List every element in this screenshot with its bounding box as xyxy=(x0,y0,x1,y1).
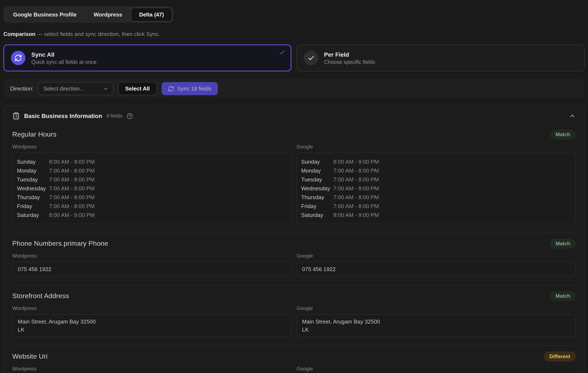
google-column-label: Google xyxy=(296,144,576,150)
wordpress-address-value: Main Street, Arugam Bay 32500 LK xyxy=(12,314,292,337)
google-column: Google Main Street, Arugam Bay 32500 LK xyxy=(296,305,576,337)
day-label: Wednesday xyxy=(301,184,333,193)
day-label: Sunday xyxy=(301,157,333,166)
sync-icon xyxy=(11,51,25,65)
time-value: 8:00 AM - 9:00 PM xyxy=(49,211,94,219)
wordpress-column-label: Wordpress xyxy=(12,366,292,372)
google-column: Google https://www.makefriendscoffee.com… xyxy=(296,366,576,373)
hours-row: Monday7:00 AM - 8:00 PM xyxy=(301,166,571,175)
sync-comparison-page: Google Business Profile Wordpress Delta … xyxy=(0,0,588,373)
time-value: 7:00 AM - 8:00 PM xyxy=(49,166,94,175)
hours-row: Thursday7:00 AM - 8:00 PM xyxy=(17,193,287,202)
status-badge: Match xyxy=(550,129,576,140)
google-phone-value: 075 456 1922 xyxy=(296,262,576,277)
chevron-down-icon xyxy=(103,86,109,92)
time-value: 7:00 AM - 8:00 PM xyxy=(333,184,379,193)
sync-fields-button[interactable]: Sync 18 fields xyxy=(162,82,218,95)
chevron-up-icon[interactable] xyxy=(569,113,576,119)
field-name: Storefront Address xyxy=(12,292,69,300)
direction-select-placeholder: Select direction... xyxy=(43,86,84,92)
day-label: Sunday xyxy=(17,157,49,166)
day-label: Thursday xyxy=(17,193,49,202)
time-value: 7:00 AM - 8:00 PM xyxy=(49,202,94,211)
comparison-instructions: — select fields and sync direction, then… xyxy=(37,31,160,37)
tab-google-business-profile[interactable]: Google Business Profile xyxy=(5,8,85,21)
time-value: 7:00 AM - 8:00 PM xyxy=(49,175,94,184)
day-label: Friday xyxy=(17,202,49,211)
check-icon xyxy=(304,51,318,65)
google-address-value: Main Street, Arugam Bay 32500 LK xyxy=(296,314,576,337)
hours-row: Monday7:00 AM - 8:00 PM xyxy=(17,166,287,175)
hours-row: Sunday8:00 AM - 9:00 PM xyxy=(301,157,571,166)
field-website-uri: Website Uri Different Wordpress http://l… xyxy=(12,345,576,373)
hours-row: Wednesday7:00 AM - 8:00 PM xyxy=(17,184,287,193)
google-column-label: Google xyxy=(296,305,576,311)
google-column: Google Sunday8:00 AM - 9:00 PM Monday7:0… xyxy=(296,144,576,224)
address-line-2: LK xyxy=(18,326,286,334)
time-value: 7:00 AM - 8:00 PM xyxy=(333,166,379,175)
sync-all-card[interactable]: Sync All Quick sync all fields at once xyxy=(3,44,292,72)
sync-icon xyxy=(168,86,174,92)
status-badge: Match xyxy=(550,291,576,301)
direction-toolbar: Direction: Select direction... Select Al… xyxy=(3,79,585,99)
field-name: Regular Hours xyxy=(12,131,56,138)
time-value: 7:00 AM - 8:00 PM xyxy=(49,193,94,202)
hours-row: Saturday8:00 AM - 9:00 PM xyxy=(301,211,571,219)
wordpress-column: Wordpress Main Street, Arugam Bay 32500 … xyxy=(12,305,292,337)
day-label: Wednesday xyxy=(17,184,49,193)
select-all-button[interactable]: Select All xyxy=(118,82,157,95)
day-label: Saturday xyxy=(301,211,333,219)
panel-header: Basic Business Information 4 fields xyxy=(12,106,576,124)
field-regular-hours: Regular Hours Match Wordpress Sunday8:00… xyxy=(12,124,576,233)
wordpress-column: Wordpress 075 456 1922 xyxy=(12,253,292,277)
panel-field-count: 4 fields xyxy=(106,113,123,119)
selected-check-icon xyxy=(279,49,285,56)
day-label: Saturday xyxy=(17,211,49,219)
wordpress-column: Wordpress Sunday8:00 AM - 9:00 PM Monday… xyxy=(12,144,292,224)
hours-row: Wednesday7:00 AM - 8:00 PM xyxy=(301,184,571,193)
per-field-subtitle: Choose specific fields xyxy=(324,59,375,65)
per-field-title: Per Field xyxy=(324,51,375,58)
tab-delta[interactable]: Delta (47) xyxy=(131,8,172,21)
wordpress-column: Wordpress http://localhost:8888/synoveo-… xyxy=(12,366,292,373)
comparison-title: Comparison xyxy=(3,31,36,37)
google-hours-box: Sunday8:00 AM - 9:00 PM Monday7:00 AM - … xyxy=(296,153,576,224)
address-line-1: Main Street, Arugam Bay 32500 xyxy=(302,318,570,326)
hours-row: Thursday7:00 AM - 8:00 PM xyxy=(301,193,571,202)
time-value: 8:00 AM - 9:00 PM xyxy=(49,157,94,166)
per-field-card[interactable]: Per Field Choose specific fields xyxy=(296,44,585,72)
basic-business-information-panel: Basic Business Information 4 fields Regu… xyxy=(3,105,585,373)
sync-all-subtitle: Quick sync all fields at once xyxy=(31,59,97,65)
sync-fields-button-label: Sync 18 fields xyxy=(177,85,211,92)
wordpress-column-label: Wordpress xyxy=(12,144,292,150)
address-line-1: Main Street, Arugam Bay 32500 xyxy=(18,318,286,326)
time-value: 7:00 AM - 8:00 PM xyxy=(333,193,379,202)
time-value: 8:00 AM - 9:00 PM xyxy=(333,157,379,166)
hours-row: Tuesday7:00 AM - 8:00 PM xyxy=(17,175,287,184)
wordpress-column-label: Wordpress xyxy=(12,305,292,311)
hours-row: Friday7:00 AM - 8:00 PM xyxy=(301,202,571,211)
day-label: Friday xyxy=(301,202,333,211)
direction-select[interactable]: Select direction... xyxy=(38,82,113,95)
wordpress-column-label: Wordpress xyxy=(12,253,292,259)
status-badge: Match xyxy=(550,238,576,249)
day-label: Tuesday xyxy=(301,175,333,184)
hours-row: Friday7:00 AM - 8:00 PM xyxy=(17,202,287,211)
day-label: Thursday xyxy=(301,193,333,202)
clipboard-icon xyxy=(12,112,20,120)
hours-row: Saturday8:00 AM - 9:00 PM xyxy=(17,211,287,219)
sync-mode-cards: Sync All Quick sync all fields at once P… xyxy=(3,44,585,72)
day-label: Tuesday xyxy=(17,175,49,184)
direction-label: Direction: xyxy=(10,85,33,92)
sync-all-title: Sync All xyxy=(31,51,97,58)
tab-wordpress[interactable]: Wordpress xyxy=(85,8,131,21)
source-tabs: Google Business Profile Wordpress Delta … xyxy=(3,6,174,23)
google-column-label: Google xyxy=(296,366,576,372)
time-value: 7:00 AM - 8:00 PM xyxy=(333,175,379,184)
help-icon[interactable] xyxy=(127,113,133,119)
address-line-2: LK xyxy=(302,326,570,334)
time-value: 7:00 AM - 8:00 PM xyxy=(333,202,379,211)
day-label: Monday xyxy=(301,166,333,175)
status-badge: Different xyxy=(544,352,576,362)
field-name: Website Uri xyxy=(12,353,48,360)
